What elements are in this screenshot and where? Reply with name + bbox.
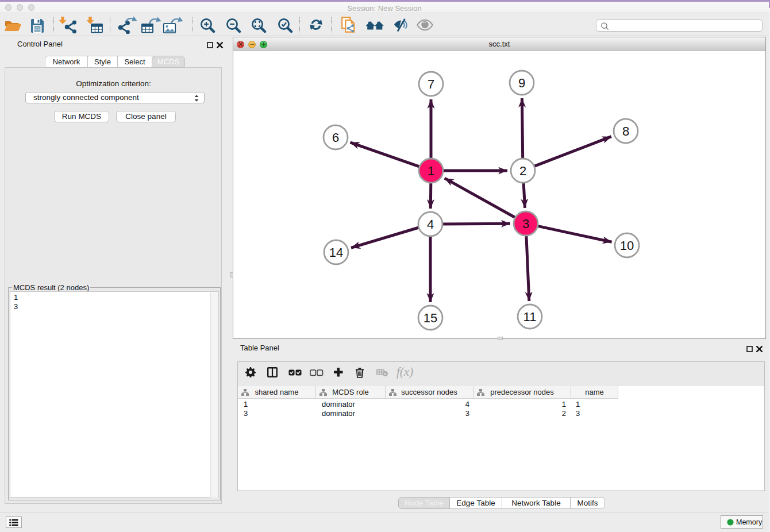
svg-text:9: 9 — [518, 76, 525, 90]
svg-text:8: 8 — [622, 124, 629, 138]
svg-text:4: 4 — [427, 217, 434, 232]
svg-text:2: 2 — [519, 164, 526, 178]
svg-text:6: 6 — [332, 130, 339, 145]
svg-text:7: 7 — [428, 77, 434, 91]
svg-text:11: 11 — [523, 310, 537, 324]
svg-text:15: 15 — [424, 311, 437, 325]
svg-text:10: 10 — [620, 238, 634, 253]
svg-text:14: 14 — [329, 245, 343, 260]
svg-text:1: 1 — [428, 164, 434, 178]
svg-text:3: 3 — [522, 217, 529, 231]
